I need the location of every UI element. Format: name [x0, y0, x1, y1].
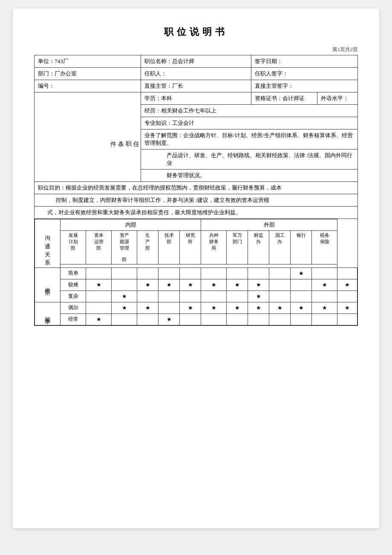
freq-occ-5: ★ — [201, 302, 227, 314]
freq-occ-9: ★ — [291, 302, 312, 314]
type-simple-5 — [201, 268, 227, 279]
freq-reg-9 — [291, 314, 312, 325]
occasional-label: 偶尔 — [61, 302, 86, 314]
col-header-6: 兵种财务局 — [201, 231, 227, 265]
col-header-0: 发展计划部 — [61, 231, 86, 265]
incumbent-sign-cell: 任职人签字： — [251, 68, 357, 80]
type-simple-8 — [269, 268, 291, 279]
type-hard-10: ★ — [312, 279, 337, 291]
type-hard-0: ★ — [86, 279, 112, 291]
type-complex-3 — [159, 291, 180, 302]
type-complex-6 — [227, 291, 248, 302]
freq-occ-8: ★ — [269, 302, 291, 314]
type-complex-4 — [180, 291, 201, 302]
col-header-4: 技术部 — [159, 231, 180, 265]
type-simple-7 — [248, 268, 269, 279]
spacer-row — [35, 265, 357, 268]
col-header-1: 资本运营部 — [86, 231, 112, 265]
freq-reg-3: ★ — [159, 314, 180, 325]
type-simple-4 — [180, 268, 201, 279]
freq-occ-7: ★ — [248, 302, 269, 314]
freq-occ-2: ★ — [137, 302, 159, 314]
lang-cell: 外语水平： — [317, 92, 357, 105]
type-complex-2 — [137, 291, 159, 302]
internal-header: 内部 — [61, 219, 201, 231]
type-section-label: 类型 — [44, 283, 52, 287]
dept-cell: 部门：厂办公室 — [35, 68, 141, 80]
type-complex-1: ★ — [112, 291, 137, 302]
comm-table: 沟 通 关 系 内部 外部 发展计划部 资本运营部 资产能源管理部 生产部 技术… — [35, 219, 357, 325]
sign-date-cell: 签字日期： — [251, 55, 357, 68]
type-complex-5 — [201, 291, 227, 302]
supervisor-cell: 直接主管：厂长 — [141, 80, 251, 92]
freq-occ-10: ★ — [312, 302, 337, 314]
table-row: 控制，制度建立，内部财务审计等组织工作，并参与决策 /建议，建立有效的资本运营模 — [35, 194, 358, 207]
freq-reg-10 — [312, 314, 337, 325]
table-row: 单位：743厂 职位名称：总会计师 签字日期： — [35, 55, 358, 68]
scope-cell3: 财务管理状况。 — [141, 170, 358, 182]
section-label-renzhi: 任职条件 — [35, 92, 141, 182]
freq-label: 频率 — [35, 302, 61, 325]
position-cell: 职位名称：总会计师 — [141, 55, 251, 68]
col-header-5: 研究所 — [180, 231, 201, 265]
cert-cell: 资格证书：会计师证 — [251, 92, 317, 105]
table-row: 式，对企业有效经营和重大财务失误承担相应责任，最大限度地维护企业利益。 — [35, 207, 358, 219]
type-complex-row: 复杂 ★ ★ — [35, 291, 357, 302]
type-hard-6: ★ — [227, 279, 248, 291]
type-complex-10 — [312, 291, 337, 302]
freq-reg-8 — [269, 314, 291, 325]
page-title: 职位说明书 — [34, 26, 358, 38]
type-hard-7: ★ — [248, 279, 269, 291]
edu-cell: 学历：本科 — [141, 92, 251, 105]
code-cell: 编号： — [35, 80, 141, 92]
comm-relations-row: 沟 通 关 系 内部 外部 发展计划部 资本运营部 资产能源管理部 生产部 技术… — [35, 219, 358, 326]
type-simple-2 — [137, 268, 159, 279]
type-hard-2: ★ — [137, 279, 159, 291]
freq-reg-0: ★ — [86, 314, 112, 325]
specialty-cell: 专业知识：工业会计 — [141, 117, 358, 129]
job-purpose-cell1: 职位目的：根据企业的经营发展需要，在总经理的授权范围内，贯彻财经政策，履行财务预… — [35, 182, 358, 194]
hard-label: 较难 — [61, 279, 86, 291]
freq-reg-6 — [227, 314, 248, 325]
type-hard-1 — [112, 279, 137, 291]
simple-label: 简单 — [61, 268, 86, 279]
freq-occ-0 — [86, 302, 112, 314]
freq-reg-7 — [248, 314, 269, 325]
type-complex-11 — [337, 291, 357, 302]
table-row: 编号： 直接主管：厂长 直接主管签字： — [35, 80, 358, 92]
type-label: 类型 — [35, 268, 61, 302]
type-simple-9: ★ — [291, 268, 312, 279]
scope-cell1: 业务了解范围：企业战略方针、目标/计划、经营/生产组织体系、财务核算体系、经营管… — [141, 129, 358, 150]
type-complex-9 — [291, 291, 312, 302]
supervisor-sign-cell: 直接主管签字： — [251, 80, 357, 92]
col-header-2: 资产能源管理部 — [112, 231, 137, 265]
unit-cell: 单位：743厂 — [35, 55, 141, 68]
col-header-7: 军万部门 — [227, 231, 248, 265]
freq-reg-5 — [201, 314, 227, 325]
type-simple-11 — [337, 268, 357, 279]
freq-occ-3 — [159, 302, 180, 314]
type-hard-4: ★ — [180, 279, 201, 291]
col-header-8: 财监办 — [248, 231, 269, 265]
scope-cell2: 产品设计、研发、生产、经销路线、相关财经政策、法律 /法规、国内外同行业 — [141, 150, 358, 170]
freq-reg-4 — [180, 314, 201, 325]
type-hard-3: ★ — [159, 279, 180, 291]
table-row: 任职条件 学历：本科 资格证书：会计师证 外语水平： — [35, 92, 358, 105]
freq-occ-6: ★ — [227, 302, 248, 314]
freq-reg-11 — [337, 314, 357, 325]
main-table: 单位：743厂 职位名称：总会计师 签字日期： 部门：厂办公室 任职人： 任职人… — [34, 55, 358, 326]
type-complex-0 — [86, 291, 112, 302]
job-purpose-cell2: 控制，制度建立，内部财务审计等组织工作，并参与决策 /建议，建立有效的资本运营模 — [35, 194, 358, 207]
type-complex-7: ★ — [248, 291, 269, 302]
comm-header-row: 沟 通 关 系 内部 外部 — [35, 219, 357, 231]
incumbent-cell: 任职人： — [141, 68, 251, 80]
type-simple-6 — [227, 268, 248, 279]
table-row: 职位目的：根据企业的经营发展需要，在总经理的授权范围内，贯彻财经政策，履行财务预… — [35, 182, 358, 194]
type-hard-5: ★ — [201, 279, 227, 291]
comm-section-label: 沟 通 关 系 — [44, 231, 52, 256]
col-headers-row: 发展计划部 资本运营部 资产能源管理部 生产部 技术部 研究所 兵种财务局 军万… — [35, 231, 357, 265]
comm-label: 沟 通 关 系 — [35, 219, 61, 268]
table-row: 部门：厂办公室 任职人： 任职人签字： — [35, 68, 358, 80]
type-hard-11: ★ — [337, 279, 357, 291]
col-header-10: 银行 — [291, 231, 312, 265]
